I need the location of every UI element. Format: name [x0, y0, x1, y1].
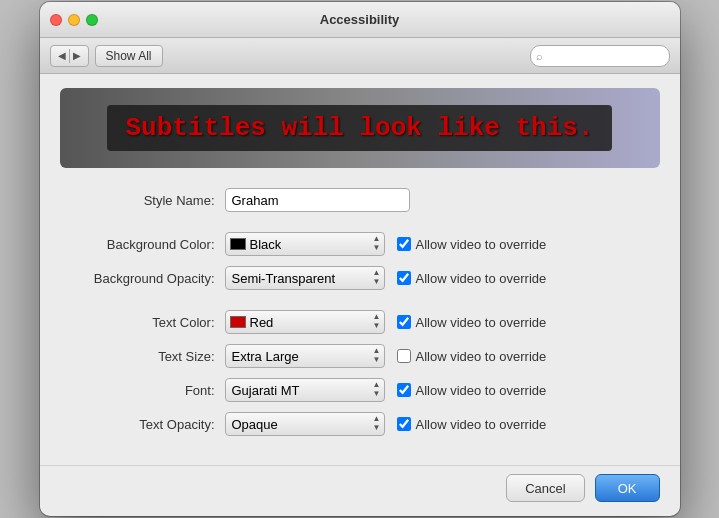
close-button[interactable] — [50, 14, 62, 26]
ok-button[interactable]: OK — [595, 474, 660, 502]
cancel-button[interactable]: Cancel — [506, 474, 584, 502]
toolbar: ◀ ▶ Show All ⌕ — [40, 38, 680, 74]
text-size-select[interactable]: Extra Large Small Medium Large — [225, 344, 385, 368]
subtitle-preview: Subtitles will look like this. — [60, 88, 660, 168]
nav-forward-icon: ▶ — [70, 50, 84, 61]
text-color-row: Text Color: Red Black White Yellow ▲ ▼ — [70, 310, 650, 334]
search-input[interactable] — [530, 45, 670, 67]
bg-opacity-override-label: Allow video to override — [397, 271, 547, 286]
text-size-row: Text Size: Extra Large Small Medium Larg… — [70, 344, 650, 368]
search-container: ⌕ — [530, 45, 670, 67]
text-size-label: Text Size: — [70, 349, 215, 364]
traffic-lights — [50, 14, 98, 26]
window-title: Accessibility — [320, 12, 400, 27]
text-color-select-wrapper: Red Black White Yellow ▲ ▼ — [225, 310, 385, 334]
text-opacity-label: Text Opacity: — [70, 417, 215, 432]
accessibility-window: Accessibility ◀ ▶ Show All ⌕ Subtitles w… — [40, 2, 680, 516]
font-row: Font: Gujarati MT Helvetica Arial ▲ ▼ Al… — [70, 378, 650, 402]
subtitle-preview-text: Subtitles will look like this. — [107, 105, 611, 151]
text-size-override-label: Allow video to override — [397, 349, 547, 364]
background-opacity-label: Background Opacity: — [70, 271, 215, 286]
text-color-override-label: Allow video to override — [397, 315, 547, 330]
nav-back-forward-button[interactable]: ◀ ▶ — [50, 45, 89, 67]
background-color-row: Background Color: Black ⬜ White ▲ ▼ Allo… — [70, 232, 650, 256]
background-opacity-row: Background Opacity: Semi-Transparent Opa… — [70, 266, 650, 290]
font-override-text: Allow video to override — [416, 383, 547, 398]
text-size-override-checkbox[interactable] — [397, 349, 411, 363]
form-area: Style Name: Background Color: Black ⬜ Wh… — [40, 178, 680, 461]
bg-opacity-override-text: Allow video to override — [416, 271, 547, 286]
bg-opacity-override-checkbox[interactable] — [397, 271, 411, 285]
content-area: Subtitles will look like this. Style Nam… — [40, 88, 680, 516]
text-opacity-override-checkbox[interactable] — [397, 417, 411, 431]
font-select[interactable]: Gujarati MT Helvetica Arial — [225, 378, 385, 402]
text-color-override-text: Allow video to override — [416, 315, 547, 330]
button-row: Cancel OK — [40, 465, 680, 516]
bg-color-override-label: Allow video to override — [397, 237, 547, 252]
style-name-label: Style Name: — [70, 193, 215, 208]
font-select-wrapper: Gujarati MT Helvetica Arial ▲ ▼ — [225, 378, 385, 402]
text-color-select[interactable]: Red Black White Yellow — [225, 310, 385, 334]
font-override-checkbox[interactable] — [397, 383, 411, 397]
bg-color-override-text: Allow video to override — [416, 237, 547, 252]
background-color-select[interactable]: Black ⬜ White — [225, 232, 385, 256]
text-size-override-text: Allow video to override — [416, 349, 547, 364]
text-opacity-row: Text Opacity: Opaque Semi-Transparent Tr… — [70, 412, 650, 436]
text-opacity-select-wrapper: Opaque Semi-Transparent Transparent ▲ ▼ — [225, 412, 385, 436]
style-name-input[interactable] — [225, 188, 410, 212]
maximize-button[interactable] — [86, 14, 98, 26]
nav-back-icon: ◀ — [55, 50, 69, 61]
bg-color-override-checkbox[interactable] — [397, 237, 411, 251]
text-opacity-select[interactable]: Opaque Semi-Transparent Transparent — [225, 412, 385, 436]
text-opacity-override-text: Allow video to override — [416, 417, 547, 432]
background-opacity-select-wrapper: Semi-Transparent Opaque Transparent ▲ ▼ — [225, 266, 385, 290]
background-color-label: Background Color: — [70, 237, 215, 252]
style-name-row: Style Name: — [70, 188, 650, 212]
background-color-select-wrapper: Black ⬜ White ▲ ▼ — [225, 232, 385, 256]
search-icon: ⌕ — [536, 50, 543, 62]
font-label: Font: — [70, 383, 215, 398]
titlebar: Accessibility — [40, 2, 680, 38]
background-opacity-select[interactable]: Semi-Transparent Opaque Transparent — [225, 266, 385, 290]
text-color-label: Text Color: — [70, 315, 215, 330]
minimize-button[interactable] — [68, 14, 80, 26]
text-opacity-override-label: Allow video to override — [397, 417, 547, 432]
text-size-select-wrapper: Extra Large Small Medium Large ▲ ▼ — [225, 344, 385, 368]
show-all-button[interactable]: Show All — [95, 45, 163, 67]
text-color-override-checkbox[interactable] — [397, 315, 411, 329]
font-override-label: Allow video to override — [397, 383, 547, 398]
